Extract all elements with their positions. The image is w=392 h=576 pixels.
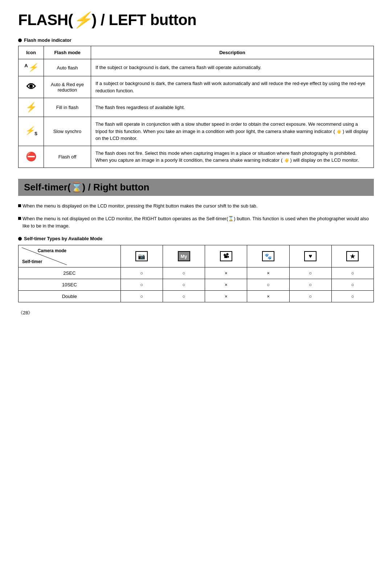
- selftimer-para2: When the menu is not displayed on the LC…: [18, 215, 374, 230]
- flash-off-desc: The flash does not fire. Select this mod…: [91, 146, 374, 168]
- table-row: ⚡S Slow synchro The flash will operate i…: [19, 117, 374, 146]
- auto-flash-icon: A⚡: [24, 63, 37, 72]
- timer-double-my: ○: [163, 291, 205, 302]
- flash-indicator-label: Flash mode indicator: [18, 37, 374, 43]
- selftimer-inline-icon: ⌛: [228, 216, 234, 221]
- timer-2sec-my: ○: [163, 267, 205, 279]
- fill-flash-desc: The flash fires regardless of available …: [91, 98, 374, 117]
- timer-10sec-heart: ○: [289, 279, 331, 291]
- table-row: 10SEC ○ ○ × ○ ○ ○: [19, 279, 374, 291]
- slow-synchro-icon-cell: ⚡S: [19, 117, 44, 146]
- heart-mode-icon: ♥: [304, 251, 317, 261]
- mode-icon-scene: 🐾: [247, 245, 289, 267]
- scene-mode-icon: 🐾: [262, 251, 274, 261]
- auto-flash-icon-cell: A⚡: [19, 59, 44, 76]
- flash-off-icon: ⛔: [26, 152, 37, 161]
- mode-icon-heart: ♥: [289, 245, 331, 267]
- selftimer-para1: When the menu is displayed on the LCD mo…: [18, 202, 374, 210]
- selftimer-icon: ⌛: [71, 182, 82, 193]
- mode-icon-my: My: [163, 245, 205, 267]
- camera-mode-icon: 📷: [135, 251, 148, 261]
- flash-modes-table: Icon Flash mode Description A⚡ Auto flas…: [18, 46, 374, 168]
- flash-off-mode: Flash off: [44, 146, 91, 168]
- auto-flash-desc: If the subject or background is dark, th…: [91, 59, 374, 76]
- table-row: ⚡ Fill in flash The flash fires regardle…: [19, 98, 374, 117]
- corner-cell-content: Camera mode Self-timer: [21, 247, 68, 265]
- table-row: Double ○ ○ × × ○ ○: [19, 291, 374, 302]
- timer-label-double: Double: [19, 291, 121, 302]
- selftimer-types-label: Self-timer Types by Available Mode: [18, 236, 374, 241]
- fill-flash-icon: ⚡: [25, 102, 37, 113]
- table-row: 👁 Auto & Red eye reduction If a subject …: [19, 76, 374, 98]
- timer-10sec-scene: ○: [247, 279, 289, 291]
- bullet-icon: [18, 237, 22, 241]
- bullet-icon: [18, 39, 22, 42]
- timer-10sec-my: ○: [163, 279, 205, 291]
- timer-10sec-panorama: ×: [205, 279, 247, 291]
- slow-synchro-desc: The flash will operate in conjunction wi…: [91, 117, 374, 146]
- title-suffix: ) / LEFT button: [91, 11, 196, 28]
- page-number: 《28》: [18, 310, 33, 315]
- flash-off-icon-cell: ⛔: [19, 146, 44, 168]
- mode-icon-camera: 📷: [121, 245, 163, 267]
- slow-synchro-mode: Slow synchro: [44, 117, 91, 146]
- timer-label-10sec: 10SEC: [19, 279, 121, 291]
- star-mode-icon: ★: [346, 251, 359, 261]
- timer-double-star: ○: [331, 291, 373, 302]
- slow-synchro-icon: ⚡S: [25, 126, 37, 135]
- red-eye-icon-cell: 👁: [19, 76, 44, 98]
- timer-label-2sec: 2SEC: [19, 267, 121, 279]
- timer-double-heart: ○: [289, 291, 331, 302]
- col-header-desc: Description: [91, 46, 374, 59]
- table-row: 2SEC ○ ○ × × ○ ○: [19, 267, 374, 279]
- timer-2sec-panorama: ×: [205, 267, 247, 279]
- timer-10sec-camera: ○: [121, 279, 163, 291]
- red-eye-icon: 👁: [26, 81, 36, 92]
- page-footer: 《28》: [18, 310, 374, 316]
- selftimer-modes-table: Camera mode Self-timer 📷 My 📽 🐾 ♥: [18, 245, 374, 302]
- selftimer-heading: Self-timer(⌛) / Right button: [18, 179, 374, 196]
- timer-2sec-camera: ○: [121, 267, 163, 279]
- red-eye-desc: If a subject or background is dark, the …: [91, 76, 374, 98]
- timer-2sec-star: ○: [331, 267, 373, 279]
- corner-header-cell: Camera mode Self-timer: [19, 245, 121, 267]
- panorama-mode-icon: 📽: [220, 251, 232, 261]
- timer-double-scene: ×: [247, 291, 289, 302]
- timer-2sec-scene: ×: [247, 267, 289, 279]
- fill-flash-icon-cell: ⚡: [19, 98, 44, 117]
- square-bullet-icon: [18, 204, 21, 207]
- col-header-icon: Icon: [19, 46, 44, 59]
- auto-flash-mode: Auto flash: [44, 59, 91, 76]
- timer-double-camera: ○: [121, 291, 163, 302]
- red-eye-mode: Auto & Red eye reduction: [44, 76, 91, 98]
- square-bullet-icon: [18, 217, 21, 220]
- timer-10sec-star: ○: [331, 279, 373, 291]
- my-mode-icon: My: [178, 251, 190, 261]
- table-row: A⚡ Auto flash If the subject or backgrou…: [19, 59, 374, 76]
- timer-2sec-heart: ○: [289, 267, 331, 279]
- mode-icon-panorama: 📽: [205, 245, 247, 267]
- mode-icon-star: ★: [331, 245, 373, 267]
- title-text: FLASH(: [18, 11, 73, 28]
- table-row: ⛔ Flash off The flash does not fire. Sel…: [19, 146, 374, 168]
- timer-double-panorama: ×: [205, 291, 247, 302]
- page-title: FLASH(⚡) / LEFT button: [18, 11, 374, 29]
- flash-bolt-icon: ⚡: [73, 11, 92, 28]
- col-header-mode: Flash mode: [44, 46, 91, 59]
- fill-flash-mode: Fill in flash: [44, 98, 91, 117]
